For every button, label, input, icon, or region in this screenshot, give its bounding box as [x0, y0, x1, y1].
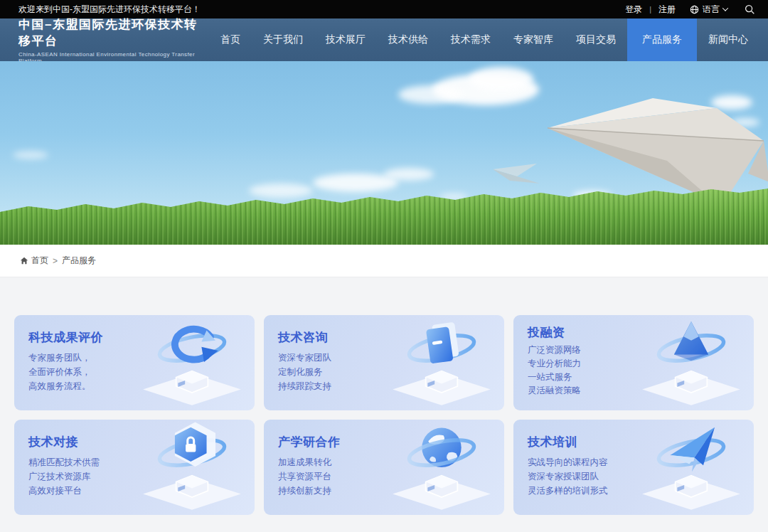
- card-line: 灵活多样的培训形式: [528, 484, 608, 498]
- cycle-arrows-3d-icon: [137, 315, 247, 410]
- card-title: 技术对接: [28, 434, 100, 450]
- service-card-grid: 科技成果评价 专家服务团队， 全面评价体系， 高效服务流程。: [14, 315, 754, 515]
- paper-plane-3d-icon: [636, 420, 747, 515]
- language-menu[interactable]: 语言: [690, 4, 727, 16]
- welcome-text: 欢迎来到中国-东盟国际先进环保技术转移平台！: [18, 4, 201, 16]
- small-paper-plane: [493, 162, 543, 185]
- card-title: 产学研合作: [278, 434, 341, 450]
- card-line: 广泛资源网络: [528, 344, 581, 357]
- nav-menu: 首页 关于我们 技术展厅 技术供给 技术需求 专家智库 项目交易 产品服务 新闻…: [209, 18, 759, 61]
- chevron-down-icon: [722, 5, 728, 11]
- breadcrumb-home[interactable]: 首页: [31, 255, 48, 267]
- card-line: 定制化服务: [278, 365, 331, 379]
- breadcrumb-separator: >: [53, 256, 58, 266]
- card-line: 实战导向的课程内容: [528, 455, 608, 469]
- grass-field: [0, 186, 768, 245]
- register-link[interactable]: 注册: [658, 4, 676, 16]
- nav-item-products-active[interactable]: 产品服务: [627, 18, 697, 61]
- card-line: 一站式服务: [528, 371, 581, 384]
- card-line: 灵活融资策略: [528, 384, 581, 398]
- site-logo[interactable]: 中国–东盟国际先进环保技术转移平台 China-ASEAN Internatio…: [18, 16, 209, 64]
- main-nav: 中国–东盟国际先进环保技术转移平台 China-ASEAN Internatio…: [0, 18, 768, 61]
- login-link[interactable]: 登录: [625, 4, 642, 16]
- card-title: 技术培训: [528, 434, 608, 450]
- card-line: 资深专家授课团队: [528, 469, 608, 484]
- products-section: 科技成果评价 专家服务团队， 全面评价体系， 高效服务流程。: [0, 277, 768, 515]
- cloud: [13, 151, 48, 159]
- breadcrumb-bar: 首页 > 产品服务: [0, 245, 768, 277]
- language-label: 语言: [703, 4, 720, 16]
- card-title: 投融资: [528, 324, 581, 341]
- card-line: 高效服务流程。: [28, 379, 103, 393]
- card-line: 精准匹配技术供需: [28, 455, 100, 469]
- nav-item-supply[interactable]: 技术供给: [377, 18, 439, 61]
- service-card-matching[interactable]: 技术对接 精准匹配技术供需 广泛技术资源库 高效对接平台: [14, 420, 255, 515]
- service-card-cooperation[interactable]: 产学研合作 加速成果转化 共享资源平台 持续创新支持: [264, 420, 504, 515]
- breadcrumb-current: 产品服务: [62, 255, 96, 267]
- globe-3d-icon: [386, 420, 497, 515]
- shield-lock-3d-icon: [137, 420, 247, 515]
- search-icon: [745, 4, 755, 15]
- service-card-training[interactable]: 技术培训 实战导向的课程内容 资深专家授课团队 灵活多样的培训形式: [513, 420, 754, 515]
- card-line: 资深专家团队: [278, 351, 331, 365]
- nav-item-exhibit[interactable]: 技术展厅: [314, 18, 377, 61]
- globe-icon: [690, 5, 699, 14]
- home-icon: [20, 257, 28, 265]
- nav-item-news[interactable]: 新闻中心: [697, 18, 759, 61]
- cloud: [384, 168, 434, 181]
- search-button[interactable]: [745, 4, 755, 15]
- card-line: 专业分析能力: [528, 357, 581, 371]
- card-line: 专家服务团队，: [28, 351, 103, 365]
- logo-title: 中国–东盟国际先进环保技术转移平台: [18, 16, 209, 49]
- service-card-investment[interactable]: 投融资 广泛资源网络 专业分析能力 一站式服务 灵活融资策略: [513, 315, 754, 410]
- card-line: 高效对接平台: [28, 484, 100, 498]
- card-line: 广泛技术资源库: [28, 469, 100, 484]
- breadcrumb: 首页 > 产品服务: [20, 255, 96, 267]
- card-title: 科技成果评价: [28, 329, 103, 346]
- cloud: [469, 67, 533, 91]
- card-line: 加速成果转化: [278, 455, 341, 469]
- nav-item-experts[interactable]: 专家智库: [502, 18, 565, 61]
- cloud: [398, 85, 462, 104]
- nav-item-about[interactable]: 关于我们: [252, 18, 314, 61]
- card-line: 持续创新支持: [278, 484, 341, 498]
- service-card-consulting[interactable]: 技术咨询 资深专家团队 定制化服务 持续跟踪支持: [264, 315, 504, 410]
- pyramid-3d-icon: [636, 315, 747, 410]
- book-3d-icon: [386, 315, 497, 410]
- topbar-actions: 登录 | 注册 语言: [625, 4, 755, 16]
- service-card-evaluation[interactable]: 科技成果评价 专家服务团队， 全面评价体系， 高效服务流程。: [14, 315, 255, 410]
- card-title: 技术咨询: [278, 329, 331, 346]
- nav-item-home[interactable]: 首页: [209, 18, 252, 61]
- card-line: 持续跟踪支持: [278, 379, 331, 393]
- nav-item-demand[interactable]: 技术需求: [439, 18, 502, 61]
- card-line: 共享资源平台: [278, 469, 341, 484]
- nav-item-projects[interactable]: 项目交易: [565, 18, 627, 61]
- hero-banner: [0, 61, 768, 245]
- card-line: 全面评价体系，: [28, 365, 103, 379]
- topbar-separator: |: [649, 5, 651, 14]
